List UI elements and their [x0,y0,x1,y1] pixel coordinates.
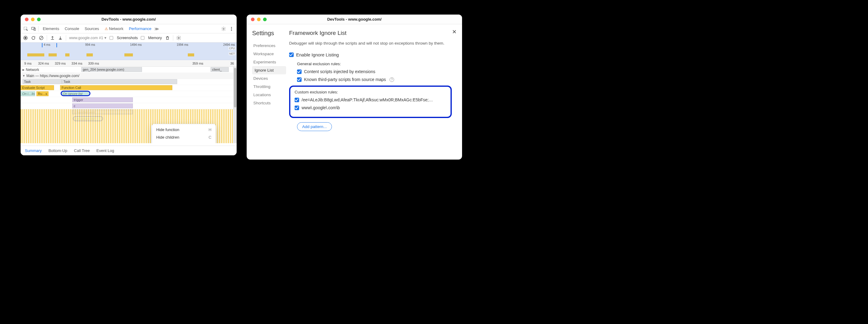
overview-tick: 1994 ms [177,43,188,46]
svg-point-3 [223,28,224,29]
scrollbar-thumb[interactable] [234,68,236,107]
overview-tick: 1494 ms [130,43,142,46]
ruler-tick: 359 ms [187,62,227,65]
tab-network[interactable]: Network [105,26,123,31]
window-title: DevTools - www.google.com/ [21,17,237,22]
sidebar-item-throttling[interactable]: Throttling [252,83,289,91]
content-scripts-checkbox[interactable]: Content scripts injected by extensions [297,69,455,74]
panel-tabs-bar: Elements Console Sources Network Perform… [21,24,237,33]
clear-icon[interactable] [39,35,44,40]
settings-sidebar: Settings Preferences Workspace Experimen… [247,24,289,160]
tab-sources[interactable]: Sources [85,26,99,31]
tab-summary[interactable]: Summary [25,148,42,153]
ruler-tick: 334 ms [68,62,85,65]
collect-garbage-icon[interactable] [165,35,170,40]
titlebar[interactable]: DevTools - www.google.com/ [21,14,237,24]
flame-bar[interactable]: c [72,103,133,108]
enable-ignore-listing-checkbox[interactable]: Enable Ignore Listing [289,52,455,57]
page-description: Debugger will skip through the scripts a… [289,41,455,46]
context-menu: Hide functionH Hide childrenC Hide repea… [152,124,216,143]
help-icon[interactable]: ? [390,77,394,82]
flame-bar-function-call[interactable]: Function Call [60,85,172,90]
ctx-hide-repeating: Hide repeating childrenR [152,141,216,143]
ctx-hide-children[interactable]: Hide childrenC [152,133,216,141]
window-minimize-button[interactable] [31,18,35,21]
network-track-header[interactable]: ▶Network [21,67,74,73]
window-close-button[interactable] [25,18,29,21]
sidebar-item-workspace[interactable]: Workspace [252,50,289,58]
sidebar-item-devices[interactable]: Devices [252,74,289,83]
flame-ruler[interactable]: 9 ms 324 ms 329 ms 334 ms 339 ms 359 ms … [21,60,237,67]
add-pattern-button[interactable]: Add pattern... [297,122,332,131]
sidebar-item-preferences[interactable]: Preferences [252,41,289,50]
network-bar[interactable]: client_ [211,67,229,72]
device-toggle-icon[interactable] [30,26,37,32]
tab-bottom-up[interactable]: Bottom-Up [49,148,67,153]
svg-point-8 [25,37,26,39]
ruler-tick: 324 ms [35,62,52,65]
custom-rule-text: /ee=ALeJib:B8gLwd;AfeaP:TkrAjf;Afksuc:wM… [302,97,433,102]
memory-checkbox[interactable]: Memory [141,36,162,40]
svg-point-10 [178,37,179,38]
record-icon[interactable] [23,35,28,40]
inspect-icon[interactable] [23,26,29,32]
third-party-scripts-checkbox[interactable]: Known third-party scripts from source ma… [297,77,455,82]
details-tabs: Summary Bottom-Up Call Tree Event Log [21,145,237,155]
gear-icon[interactable] [220,26,227,32]
close-icon[interactable]: ✕ [452,29,457,35]
flame-chart[interactable]: ▶Network gen_204 (www.google.com) client… [21,67,237,143]
flame-bar-task[interactable]: Task [23,79,62,84]
reload-icon[interactable] [31,35,36,40]
upload-icon[interactable] [50,35,55,40]
overview-tick: 2494 ms [223,43,235,46]
flame-bar-ignored-highlighted[interactable]: On ignore list [61,91,90,96]
sidebar-item-shortcuts[interactable]: Shortcuts [252,99,289,107]
settings-content: ✕ Framework Ignore List Debugger will sk… [289,24,462,160]
ruler-tick: 339 ms [85,62,102,65]
flame-bar-ignored[interactable]: On i…list [21,91,35,96]
page-heading: Framework Ignore List [289,30,455,36]
download-icon[interactable] [58,35,63,40]
window-close-button[interactable] [251,18,254,21]
flame-bar-evaluate-script[interactable]: Evaluate Script [21,85,54,90]
tab-performance[interactable]: Performance [129,26,151,31]
sidebar-item-experiments[interactable]: Experiments [252,58,289,66]
window-minimize-button[interactable] [257,18,260,21]
sidebar-item-locations[interactable]: Locations [252,91,289,99]
devtools-settings-window: DevTools - www.google.com/ Settings Pref… [247,14,462,160]
sidebar-item-ignore-list[interactable]: Ignore List [252,66,286,74]
custom-rule-checkbox[interactable]: www\.google\.com\b [294,105,446,110]
flame-bar[interactable]: Ru…s [36,91,49,96]
screenshots-checkbox[interactable]: Screenshots [110,36,138,40]
ruler-tick: 329 ms [52,62,68,65]
custom-rules-highlight: Custom exclusion rules: /ee=ALeJib:B8gLw… [289,86,452,118]
recording-selector[interactable]: www.google.com #1▾ [69,35,106,40]
flame-bar[interactable]: trigger [72,97,133,102]
svg-point-4 [231,27,232,28]
devtools-performance-window: DevTools - www.google.com/ Elements Cons… [21,14,237,155]
performance-toolbar: www.google.com #1▾ Screenshots Memory [21,33,237,42]
general-rules-heading: General exclusion rules: [297,62,455,66]
tab-elements[interactable]: Elements [43,26,59,31]
custom-rule-checkbox[interactable]: /ee=ALeJib:B8gLwd;AfeaP:TkrAjf;Afksuc:wM… [294,97,446,102]
main-track-header[interactable]: ▼Main — https://www.google.com/ [21,73,237,79]
flame-bar-task[interactable]: Task [62,79,177,84]
tab-call-tree[interactable]: Call Tree [74,148,90,153]
window-title: DevTools - www.google.com/ [247,17,462,22]
window-maximize-button[interactable] [263,18,267,21]
ctx-hide-function[interactable]: Hide functionH [152,126,216,133]
svg-point-6 [231,30,232,30]
ruler-tick: 36 [227,62,237,65]
timeline-overview[interactable]: 4 ms 994 ms 1494 ms 1994 ms 2494 ms CPU … [21,42,237,60]
network-bar[interactable]: gen_204 (www.google.com) [81,67,142,72]
more-tabs-icon[interactable]: ≫ [154,26,159,31]
window-maximize-button[interactable] [37,18,41,21]
custom-rule-text: www\.google\.com\b [302,105,340,110]
kebab-icon[interactable] [228,26,235,32]
tab-event-log[interactable]: Event Log [96,148,114,153]
tab-console[interactable]: Console [65,26,79,31]
capture-settings-icon[interactable] [176,35,181,40]
settings-title: Settings [252,30,289,37]
titlebar[interactable]: DevTools - www.google.com/ [247,14,462,24]
custom-rules-heading: Custom exclusion rules: [294,90,446,94]
